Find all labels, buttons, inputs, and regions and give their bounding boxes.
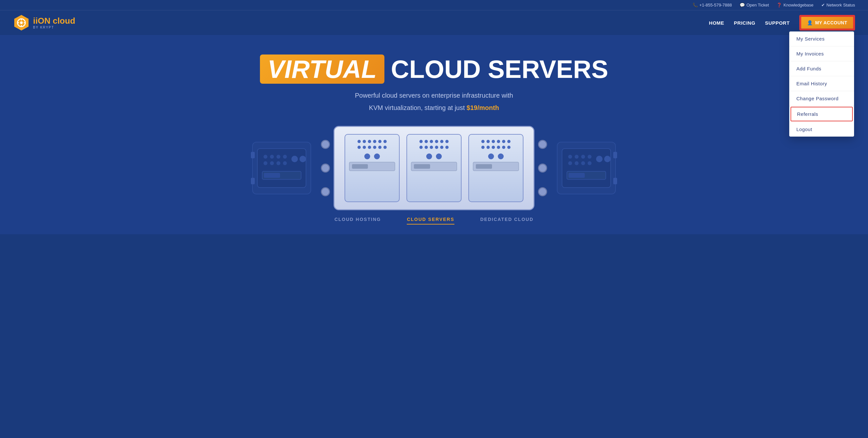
open-ticket-link[interactable]: 💬 Open Ticket xyxy=(740,3,769,7)
my-account-button[interactable]: 👤 MY ACCOUNT xyxy=(800,16,854,30)
nav-pricing[interactable]: PRICING xyxy=(734,20,755,26)
utility-bar: 📞 +1-855-579-7888 💬 Open Ticket ❓ Knowle… xyxy=(0,0,868,10)
svg-point-32 xyxy=(588,161,591,165)
svg-point-17 xyxy=(291,156,298,162)
svg-point-13 xyxy=(264,161,268,165)
svg-rect-36 xyxy=(568,173,585,178)
hero-price: $19/month xyxy=(467,104,499,111)
svg-rect-22 xyxy=(251,178,255,184)
dropdown-change-password[interactable]: Change Password xyxy=(789,91,854,106)
svg-rect-8 xyxy=(257,149,306,187)
tab-dedicated-cloud[interactable]: DEDICATED CLOUD xyxy=(480,217,533,225)
server-unit-2 xyxy=(406,134,462,202)
tab-cloud-hosting[interactable]: CLOUD HOSTING xyxy=(335,217,381,225)
dropdown-email-history[interactable]: Email History xyxy=(789,76,854,91)
svg-point-9 xyxy=(264,155,268,159)
svg-rect-38 xyxy=(613,178,617,184)
logo-sub: BY KRYPT xyxy=(33,26,75,29)
svg-point-10 xyxy=(270,155,274,159)
tab-cloud-servers[interactable]: CLOUD SERVERS xyxy=(407,217,454,225)
hero-virtual-text: VIRTUAL xyxy=(260,55,385,84)
logo-text: iiON cloud BY KRYPT xyxy=(33,17,75,29)
kb-icon: ❓ xyxy=(777,3,782,7)
drive-bay-3 xyxy=(473,162,519,171)
main-server-rack xyxy=(334,126,534,210)
dropdown-my-invoices[interactable]: My Invoices xyxy=(789,47,854,61)
hero-section: VIRTUAL CLOUD SERVERS Powerful cloud ser… xyxy=(0,35,868,234)
svg-point-28 xyxy=(588,155,591,159)
dropdown-referrals[interactable]: Referrals xyxy=(790,107,853,121)
svg-point-14 xyxy=(270,161,274,165)
nav-support[interactable]: SUPPORT xyxy=(765,20,789,26)
dropdown-add-funds[interactable]: Add Funds xyxy=(789,61,854,76)
account-dropdown-menu: My Services My Invoices Add Funds Email … xyxy=(789,31,854,137)
main-nav: iiON cloud BY KRYPT HOME PRICING SUPPORT… xyxy=(0,10,868,35)
logo-icon xyxy=(13,14,30,31)
svg-point-26 xyxy=(575,155,579,159)
ticket-icon: 💬 xyxy=(740,3,745,7)
svg-point-30 xyxy=(575,161,579,165)
phone-icon: 📞 xyxy=(693,3,698,7)
hero-title: VIRTUAL CLOUD SERVERS xyxy=(13,55,855,84)
user-icon: 👤 xyxy=(807,20,813,25)
knowledgebase-link[interactable]: ❓ Knowledgebase xyxy=(777,3,813,7)
phone-link[interactable]: 📞 +1-855-579-7888 xyxy=(693,3,732,7)
hero-subtitle-line2: KVM virtualization, starting at just $19… xyxy=(13,103,855,113)
svg-rect-37 xyxy=(613,152,617,158)
server-unit-3 xyxy=(468,134,523,202)
drive-bay-2 xyxy=(411,162,457,171)
category-tabs: CLOUD HOSTING CLOUD SERVERS DEDICATED CL… xyxy=(13,210,855,234)
server-illustration xyxy=(13,126,855,210)
svg-point-33 xyxy=(596,156,602,162)
bracket-right xyxy=(534,126,551,210)
hero-cloud-servers-text: CLOUD SERVERS xyxy=(391,56,608,82)
svg-point-16 xyxy=(283,161,287,165)
dropdown-logout[interactable]: Logout xyxy=(789,122,854,137)
svg-point-29 xyxy=(568,161,572,165)
svg-point-25 xyxy=(568,155,572,159)
svg-point-11 xyxy=(277,155,280,159)
svg-rect-24 xyxy=(562,149,611,187)
right-side-server xyxy=(551,133,622,204)
my-account-dropdown: 👤 MY ACCOUNT My Services My Invoices Add… xyxy=(799,15,855,30)
left-side-server xyxy=(246,133,317,204)
svg-rect-20 xyxy=(264,173,280,178)
svg-point-31 xyxy=(581,161,585,165)
nav-home[interactable]: HOME xyxy=(709,20,724,26)
server-unit-1 xyxy=(345,134,400,202)
nav-links: HOME PRICING SUPPORT 👤 MY ACCOUNT My Ser… xyxy=(709,15,855,30)
drive-bay-1 xyxy=(349,162,395,171)
hero-subtitle-line1: Powerful cloud servers on enterprise inf… xyxy=(13,90,855,100)
dropdown-my-services[interactable]: My Services xyxy=(789,31,854,47)
svg-point-34 xyxy=(604,156,611,162)
svg-point-12 xyxy=(283,155,287,159)
svg-point-18 xyxy=(300,156,306,162)
network-status-link[interactable]: ✔ Network Status xyxy=(821,3,855,7)
check-icon: ✔ xyxy=(821,3,825,7)
svg-point-27 xyxy=(581,155,585,159)
logo-area: iiON cloud BY KRYPT xyxy=(13,14,75,31)
svg-point-2 xyxy=(20,22,23,24)
logo-brand: iiON cloud xyxy=(33,17,75,25)
bracket-left xyxy=(317,126,334,210)
svg-rect-21 xyxy=(251,152,255,158)
svg-point-15 xyxy=(277,161,280,165)
